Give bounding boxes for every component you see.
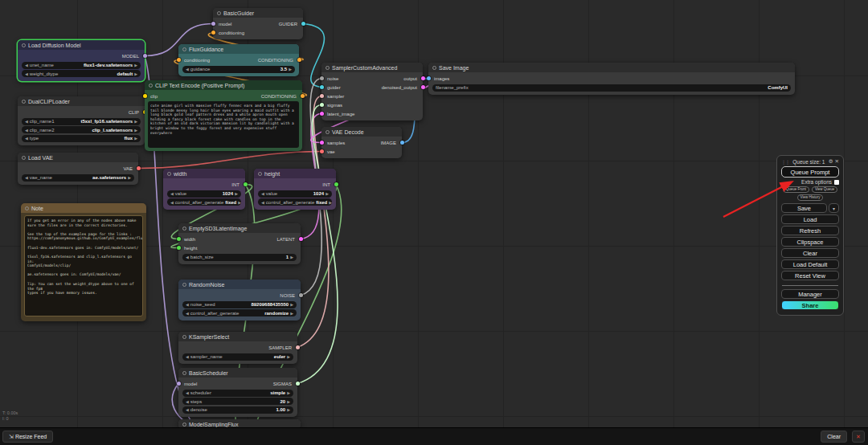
widget-filename-prefix[interactable]: filename_prefixComfyUI — [432, 84, 791, 92]
decrement-arrow-icon[interactable]: ◀ — [261, 191, 264, 196]
widget-control-after-generate[interactable]: ◀control_after_generatefixed▶ — [167, 198, 241, 206]
decrement-arrow-icon[interactable]: ◀ — [25, 128, 28, 133]
widget-scheduler[interactable]: ◀schedulersimple▶ — [182, 390, 293, 397]
increment-arrow-icon[interactable]: ▶ — [287, 407, 290, 412]
extra-options-checkbox[interactable] — [834, 180, 839, 185]
node-load-diffusion-model[interactable]: Load Diffusion ModelMODEL◀unet_nameflux1… — [18, 40, 145, 81]
node-save-image[interactable]: Save Imageimagesfilename_prefixComfyUI — [428, 63, 795, 95]
panel-close-icon[interactable]: ✕ — [835, 158, 839, 165]
vae-output-dot[interactable] — [137, 166, 141, 170]
resize-feed-button[interactable]: ⇲Resize Feed — [2, 431, 53, 443]
collapse-dot[interactable] — [22, 100, 26, 104]
node-title-bar[interactable]: SamplerCustomAdvanced — [321, 63, 423, 72]
view-queue-button[interactable]: View Queue — [812, 186, 837, 193]
conditioning-input-dot[interactable] — [211, 31, 215, 35]
widget-batch-size[interactable]: ◀batch_size1▶ — [182, 254, 297, 261]
load-default-button[interactable]: Load Default — [781, 259, 839, 269]
increment-arrow-icon[interactable]: ▶ — [134, 71, 137, 76]
widget-control-after-generate[interactable]: ◀control_after_generaterandomize▶ — [182, 309, 297, 316]
increment-arrow-icon[interactable]: ▶ — [134, 136, 137, 141]
conditioning-input-dot[interactable] — [177, 58, 181, 62]
node-title-bar[interactable]: height — [254, 169, 336, 178]
node-title-bar[interactable]: FluxGuidance — [178, 44, 299, 54]
sampler-input-dot[interactable] — [320, 94, 324, 98]
image-output-dot[interactable] — [400, 141, 404, 145]
node-title-bar[interactable]: BasicGuider — [213, 8, 303, 18]
collapse-dot[interactable] — [22, 156, 26, 160]
clipspace-button[interactable]: Clipspace — [781, 237, 839, 247]
widget-steps[interactable]: ◀steps20▶ — [182, 398, 293, 405]
decrement-arrow-icon[interactable]: ◀ — [170, 200, 174, 205]
model-output-dot[interactable] — [143, 54, 147, 58]
decrement-arrow-icon[interactable]: ◀ — [186, 302, 189, 307]
decrement-arrow-icon[interactable]: ◀ — [186, 67, 189, 71]
prompt-text-area[interactable]: cute anime girl with massive fluffy fenn… — [148, 101, 299, 148]
share-button[interactable]: Share — [781, 300, 839, 310]
collapse-dot[interactable] — [22, 43, 26, 47]
increment-arrow-icon[interactable]: ▶ — [287, 354, 290, 359]
save-dropdown-icon[interactable]: ▾ — [829, 203, 839, 213]
load-button[interactable]: Load — [781, 214, 839, 224]
decrement-arrow-icon[interactable]: ◀ — [170, 191, 174, 196]
collapse-dot[interactable] — [182, 371, 186, 375]
node-title-bar[interactable]: CLIP Text Encode (Positive Prompt) — [145, 80, 302, 90]
node-flux-guidance[interactable]: FluxGuidanceconditioningCONDITIONING◀gui… — [178, 44, 299, 76]
decrement-arrow-icon[interactable]: ◀ — [186, 354, 189, 359]
node-load-vae[interactable]: Load VAEVAE◀vae_nameae.safetensors▶ — [18, 153, 138, 185]
note-text-area[interactable]: If you get an error in any of the nodes … — [24, 215, 143, 316]
decrement-arrow-icon[interactable]: ◀ — [261, 200, 264, 205]
collapse-dot[interactable] — [326, 66, 330, 70]
node-empty-sd3-latent-image[interactable]: EmptySD3LatentImagewidthLATENTheight◀bat… — [178, 223, 301, 264]
guider-output-dot[interactable] — [301, 22, 305, 26]
clear-button[interactable]: Clear — [781, 248, 839, 258]
increment-arrow-icon[interactable]: ▶ — [290, 311, 293, 316]
sigmas-input-dot[interactable] — [320, 103, 324, 107]
decrement-arrow-icon[interactable]: ◀ — [186, 407, 189, 412]
int-output-dot[interactable] — [334, 182, 338, 186]
node-basic-scheduler[interactable]: BasicSchedulermodelSIGMAS◀schedulersimpl… — [178, 368, 297, 417]
decrement-arrow-icon[interactable]: ◀ — [186, 399, 189, 404]
decrement-arrow-icon[interactable]: ◀ — [25, 71, 28, 76]
widget-sampler-name[interactable]: ◀sampler_nameeuler▶ — [182, 353, 293, 361]
output-output-dot[interactable] — [421, 76, 425, 80]
height-input-dot[interactable] — [177, 246, 181, 250]
collapse-dot[interactable] — [258, 172, 262, 176]
increment-arrow-icon[interactable]: ▶ — [326, 191, 329, 196]
latent-image-input-dot[interactable] — [320, 112, 324, 116]
widget-weight-dtype[interactable]: ◀weight_dtypedefault▶ — [22, 70, 141, 77]
collapse-dot[interactable] — [326, 130, 330, 134]
view-history-button[interactable]: View History — [797, 194, 824, 201]
node-sampler-custom-advanced[interactable]: SamplerCustomAdvancednoiseoutputguiderde… — [321, 63, 423, 120]
reset-view-button[interactable]: Reset View — [781, 271, 839, 280]
queue-front-button[interactable]: Queue Front — [783, 186, 809, 193]
node-title-bar[interactable]: KSamplerSelect — [178, 332, 297, 341]
node-ksampler-select[interactable]: KSamplerSelectSAMPLER◀sampler_nameeuler▶ — [178, 332, 297, 364]
node-title-bar[interactable]: Load Diffusion Model — [18, 40, 145, 50]
collapse-dot[interactable] — [182, 47, 186, 51]
node-title-bar[interactable]: EmptySD3LatentImage — [178, 223, 301, 233]
increment-arrow-icon[interactable]: ▶ — [287, 399, 290, 404]
decrement-arrow-icon[interactable]: ◀ — [186, 390, 189, 395]
increment-arrow-icon[interactable]: ▶ — [238, 200, 241, 205]
increment-arrow-icon[interactable]: ▶ — [128, 175, 131, 180]
collapse-dot[interactable] — [182, 283, 186, 287]
node-vae-decode[interactable]: VAE DecodesamplesIMAGEvae — [321, 127, 402, 158]
guider-input-dot[interactable] — [320, 85, 324, 89]
clip-input-dot[interactable] — [143, 94, 147, 98]
node-note[interactable]: NoteIf you get an error in any of the no… — [21, 203, 146, 321]
decrement-arrow-icon[interactable]: ◀ — [25, 175, 28, 180]
collapse-dot[interactable] — [167, 172, 171, 176]
increment-arrow-icon[interactable]: ▶ — [290, 302, 293, 307]
decrement-arrow-icon[interactable]: ◀ — [186, 255, 189, 259]
increment-arrow-icon[interactable]: ▶ — [289, 67, 292, 71]
node-title-bar[interactable]: Load VAE — [18, 153, 138, 162]
widget-denoise[interactable]: ◀denoise1.00▶ — [182, 406, 293, 414]
samples-input-dot[interactable] — [320, 141, 324, 145]
node-dual-clip-loader[interactable]: DualCLIPLoaderCLIP◀clip_name1t5xxl_fp16.… — [18, 96, 145, 145]
widget-guidance[interactable]: ◀guidance3.5▶ — [182, 66, 295, 73]
conditioning-output-dot[interactable] — [301, 94, 305, 98]
sigmas-output-dot[interactable] — [296, 382, 300, 386]
latent-output-dot[interactable] — [299, 237, 303, 241]
widget-value[interactable]: ◀value1024▶ — [167, 190, 241, 198]
decrement-arrow-icon[interactable]: ◀ — [186, 311, 189, 316]
